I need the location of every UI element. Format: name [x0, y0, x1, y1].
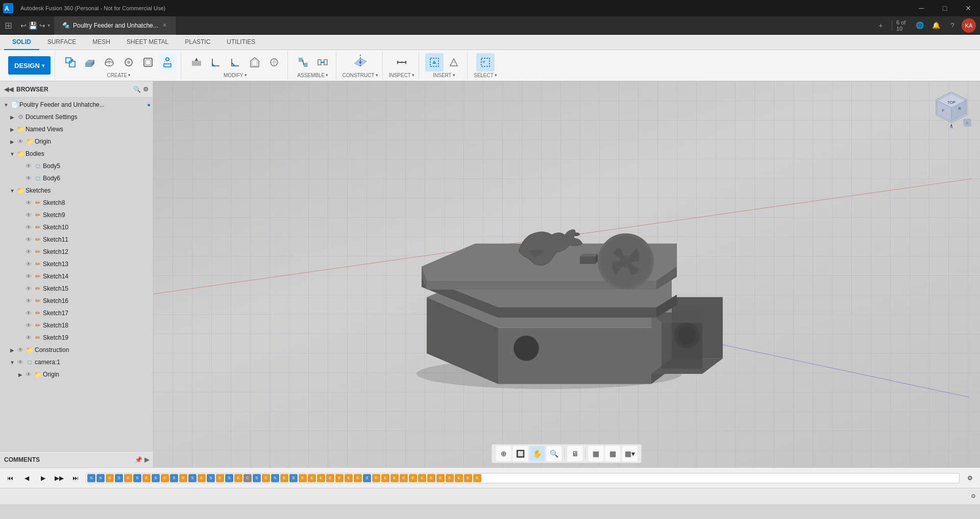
camera1-toggle[interactable]: ▼	[8, 358, 16, 366]
tree-item-sketch19[interactable]: ▶ 👁 ✏ Sketch19	[0, 332, 153, 344]
loft-button[interactable]	[158, 53, 177, 72]
layout-button[interactable]: ▦	[605, 446, 621, 461]
tl-icon-17[interactable]: E	[234, 474, 242, 482]
design-dropdown[interactable]: DESIGN ▾	[8, 56, 51, 75]
tl-icon-8[interactable]: S	[152, 474, 160, 482]
tree-item-sketch14[interactable]: ▶ 👁 ✏ Sketch14	[0, 270, 153, 282]
sketch19-visibility-icon[interactable]: 👁	[24, 334, 33, 342]
browser-search-icon[interactable]: 🔍	[133, 86, 141, 93]
insert-mesh-button[interactable]	[445, 53, 463, 72]
viewport-area[interactable]: TOP R F N ⌂ ⊕ 🔲 ✋ 🔍	[153, 81, 980, 467]
chamfer-button[interactable]	[226, 53, 244, 72]
tl-icon-34[interactable]: E	[390, 474, 399, 482]
tree-item-sketch11[interactable]: ▶ 👁 ✏ Sketch11	[0, 233, 153, 246]
tree-item-sketch12[interactable]: ▶ 👁 ✏ Sketch12	[0, 246, 153, 258]
sketch14-visibility-icon[interactable]: 👁	[24, 272, 33, 280]
tab-mesh[interactable]: MESH	[84, 35, 118, 50]
tree-item-doc-settings[interactable]: ▶ ⚙ Document Settings	[0, 111, 153, 123]
comments-expand-icon[interactable]: ▶	[144, 456, 149, 463]
maximize-button[interactable]: □	[933, 0, 957, 16]
tree-item-body6[interactable]: ▶ 👁 □ Body6	[0, 172, 153, 184]
new-component-button[interactable]	[61, 53, 80, 72]
tl-icon-18[interactable]: C	[243, 474, 252, 482]
timeline-play-button[interactable]: ▶	[37, 472, 49, 484]
sketch17-visibility-icon[interactable]: 👁	[24, 309, 33, 317]
add-tab-button[interactable]: ＋	[873, 18, 888, 33]
tree-item-body5[interactable]: ▶ 👁 □ Body5	[0, 160, 153, 172]
tl-icon-42[interactable]: E	[464, 474, 472, 482]
sketch16-visibility-icon[interactable]: 👁	[24, 297, 33, 305]
save-button[interactable]: 💾	[29, 21, 37, 30]
sketch8-visibility-icon[interactable]: 👁	[24, 199, 33, 207]
tl-icon-26[interactable]: E	[317, 474, 325, 482]
modify-label[interactable]: MODIFY ▾	[224, 73, 247, 78]
origin2-toggle[interactable]: ▶	[16, 370, 24, 379]
select-label[interactable]: SELECT ▾	[474, 73, 497, 78]
select-button[interactable]	[476, 53, 495, 72]
insert-label[interactable]: INSERT ▾	[433, 73, 455, 78]
origin-visibility-icon[interactable]: 👁	[16, 137, 24, 146]
orbit-button[interactable]: ⊕	[496, 446, 511, 461]
tl-icon-24[interactable]: E	[299, 474, 307, 482]
tl-icon-10[interactable]: S	[170, 474, 178, 482]
tab-main-document[interactable]: 🔩 Poultry Feeder and Unhatche... ✕	[54, 16, 176, 35]
camera1-visibility-icon[interactable]: 👁	[16, 358, 24, 366]
tree-item-construction[interactable]: ▶ 👁 📁 Construction	[0, 344, 153, 356]
tl-icon-39[interactable]: E	[436, 474, 445, 482]
tree-root[interactable]: ▼ 📄 Poultry Feeder and Unhatche... ●	[0, 99, 153, 111]
tab-solid[interactable]: SOLID	[4, 35, 39, 50]
tl-icon-15[interactable]: E	[216, 474, 224, 482]
view-cube[interactable]: TOP R F N ⌂	[931, 89, 972, 130]
close-button[interactable]: ✕	[957, 0, 980, 16]
tl-icon-40[interactable]: E	[446, 474, 454, 482]
assemble-label[interactable]: ASSEMBLE ▾	[297, 73, 328, 78]
body6-visibility-icon[interactable]: 👁	[24, 174, 33, 182]
tl-icon-1[interactable]: S	[87, 474, 95, 482]
globe-button[interactable]: 🌐	[913, 18, 927, 33]
browser-settings-icon[interactable]: ⚙	[143, 86, 149, 93]
press-pull-button[interactable]	[187, 53, 206, 72]
insert-svg-button[interactable]	[425, 53, 444, 72]
tl-icon-30[interactable]: E	[354, 474, 362, 482]
tree-item-sketch18[interactable]: ▶ 👁 ✏ Sketch18	[0, 319, 153, 332]
tl-icon-20[interactable]: E	[262, 474, 270, 482]
tl-icon-29[interactable]: E	[345, 474, 353, 482]
construct-label[interactable]: CONSTRUCT ▾	[342, 73, 378, 78]
tab-plastic[interactable]: PLASTIC	[177, 35, 218, 50]
timeline-last-button[interactable]: ⏭	[69, 472, 82, 484]
tl-icon-31[interactable]: S	[363, 474, 371, 482]
hole-button[interactable]	[119, 53, 138, 72]
tl-icon-12[interactable]: S	[188, 474, 197, 482]
tl-icon-3[interactable]: E	[106, 474, 114, 482]
tl-icon-6[interactable]: S	[133, 474, 141, 482]
construct-plane-button[interactable]	[351, 53, 370, 72]
tl-icon-16[interactable]: S	[225, 474, 233, 482]
sketch18-visibility-icon[interactable]: 👁	[24, 321, 33, 329]
view-options-button[interactable]: ▦▾	[622, 446, 638, 461]
tl-icon-2[interactable]: S	[96, 474, 105, 482]
display-mode-button[interactable]: 🖥	[568, 446, 583, 461]
bodies-toggle[interactable]: ▼	[8, 150, 16, 158]
root-toggle[interactable]: ▼	[2, 101, 10, 109]
browser-back-button[interactable]: ◀◀	[4, 86, 13, 93]
tab-utilities[interactable]: UTILITIES	[218, 35, 263, 50]
zoom-button[interactable]: 🔍	[547, 446, 562, 461]
look-at-button[interactable]: 🔲	[513, 446, 528, 461]
tree-item-sketch16[interactable]: ▶ 👁 ✏ Sketch16	[0, 295, 153, 307]
tl-icon-41[interactable]: E	[455, 474, 463, 482]
tl-icon-13[interactable]: E	[198, 474, 206, 482]
scale-button[interactable]	[265, 53, 283, 72]
tab-surface[interactable]: SURFACE	[39, 35, 85, 50]
tree-item-sketch8[interactable]: ▶ 👁 ✏ Sketch8	[0, 197, 153, 209]
construction-toggle[interactable]: ▶	[8, 346, 16, 354]
tl-icon-4[interactable]: S	[115, 474, 123, 482]
tree-item-sketch15[interactable]: ▶ 👁 ✏ Sketch15	[0, 282, 153, 295]
construction-visibility-icon[interactable]: 👁	[16, 346, 24, 354]
origin2-visibility-icon[interactable]: 👁	[24, 370, 33, 379]
extrude-button[interactable]	[81, 53, 99, 72]
tl-icon-43[interactable]: E	[473, 474, 481, 482]
joint-button[interactable]	[294, 53, 312, 72]
sketch12-visibility-icon[interactable]: 👁	[24, 248, 33, 256]
timeline-next-button[interactable]: ▶▶	[53, 472, 65, 484]
timeline-first-button[interactable]: ⏮	[4, 472, 16, 484]
